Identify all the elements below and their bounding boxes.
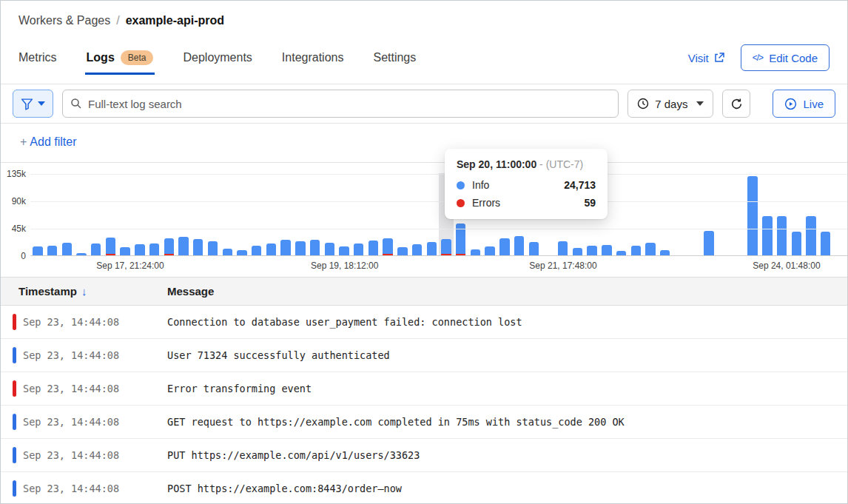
add-filter-button[interactable]: +Add filter [20, 135, 76, 148]
log-volume-bar[interactable] [602, 245, 611, 255]
chart-bar-slot[interactable] [278, 173, 293, 255]
log-volume-bar[interactable] [777, 216, 787, 255]
chart-bar-slot[interactable] [687, 173, 701, 255]
filter-dropdown-button[interactable] [13, 90, 53, 118]
log-volume-bar[interactable] [499, 238, 509, 255]
chart-bar-slot[interactable] [89, 173, 104, 255]
log-table-row[interactable]: Sep 23, 14:44:08Connection to database u… [1, 306, 847, 339]
log-table-row[interactable]: Sep 23, 14:44:08User 71324 successfully … [1, 339, 847, 372]
chart-bar-slot[interactable] [235, 173, 249, 255]
log-volume-bar[interactable] [529, 242, 539, 255]
log-volume-bar[interactable] [573, 248, 582, 255]
log-volume-bar[interactable] [704, 231, 713, 255]
time-range-dropdown[interactable]: 7 days [627, 90, 713, 118]
log-volume-bar[interactable] [325, 243, 334, 255]
chart-bar-slot[interactable] [74, 173, 89, 255]
chart-bar-slot[interactable] [789, 173, 804, 255]
chart-bar-slot[interactable] [249, 173, 264, 255]
log-volume-bar[interactable] [280, 240, 290, 255]
log-volume-bar[interactable] [76, 253, 86, 255]
log-volume-bar[interactable] [178, 237, 188, 255]
refresh-button[interactable] [722, 90, 750, 118]
chart-bar-slot[interactable] [118, 173, 132, 255]
log-volume-bar[interactable] [339, 246, 349, 255]
tab-deployments[interactable]: Deployments [183, 41, 252, 75]
chart-bar-slot[interactable] [775, 173, 790, 255]
log-volume-bar[interactable] [354, 243, 363, 255]
breadcrumb-section[interactable]: Workers & Pages [18, 14, 110, 27]
log-volume-bar[interactable] [397, 247, 407, 255]
log-volume-bar[interactable] [412, 244, 422, 255]
chart-bar-slot[interactable] [337, 173, 351, 255]
log-volume-bar[interactable] [91, 243, 101, 255]
chart-bar-slot[interactable] [366, 173, 381, 255]
chart-bar-slot[interactable] [176, 173, 191, 255]
chart-plot[interactable] [30, 174, 847, 256]
log-volume-bar[interactable] [135, 244, 144, 255]
chart-bar-slot[interactable] [424, 173, 439, 255]
sort-desc-icon[interactable]: ↓ [81, 285, 87, 298]
log-volume-bar[interactable] [514, 236, 524, 255]
log-volume-bar[interactable] [427, 242, 437, 255]
chart-bar-slot[interactable] [351, 173, 366, 255]
log-volume-bar[interactable] [120, 247, 129, 255]
chart-bar-slot[interactable] [264, 173, 279, 255]
chart-bar-slot[interactable] [701, 173, 716, 255]
log-volume-bar[interactable] [587, 246, 596, 255]
log-volume-bar[interactable] [485, 246, 494, 255]
chart-bar-slot[interactable] [308, 173, 323, 255]
chart-bar-slot[interactable] [104, 173, 118, 255]
log-volume-bar[interactable] [62, 243, 72, 255]
log-volume-bar[interactable] [792, 232, 801, 255]
edit-code-button[interactable]: </> Edit Code [741, 44, 830, 71]
chart-bar-slot[interactable] [161, 173, 176, 255]
chart-bar-slot[interactable] [45, 173, 60, 255]
log-volume-bar[interactable] [631, 246, 641, 255]
log-table-row[interactable]: Sep 23, 14:44:08PUT https://example.com/… [1, 439, 847, 472]
log-volume-bar[interactable] [252, 246, 261, 255]
chart-bar-slot[interactable] [293, 173, 308, 255]
log-table-row[interactable]: Sep 23, 14:44:08Error transforming event [1, 372, 847, 406]
log-volume-bar[interactable] [193, 239, 203, 255]
chart-bar-slot[interactable] [745, 173, 760, 255]
chart-bar-slot[interactable] [643, 173, 658, 255]
chart-bar-slot[interactable] [760, 173, 775, 255]
chart-bar-slot[interactable] [614, 173, 629, 255]
chart-bar-slot[interactable] [147, 173, 162, 255]
log-volume-bar[interactable] [310, 240, 320, 255]
log-volume-bar[interactable] [383, 238, 392, 255]
chart-bar-slot[interactable] [380, 173, 395, 255]
chart-bar-slot[interactable] [410, 173, 425, 255]
search-input[interactable] [62, 90, 619, 118]
chart-bar-slot[interactable] [804, 173, 818, 255]
log-volume-bar[interactable] [47, 246, 57, 255]
chart-bar-slot[interactable] [673, 173, 687, 255]
log-volume-bar[interactable] [164, 238, 174, 255]
tab-integrations[interactable]: Integrations [282, 41, 344, 75]
chart-bar-slot[interactable] [628, 173, 643, 255]
chart-bar-slot[interactable] [191, 173, 206, 255]
log-volume-bar[interactable] [106, 238, 115, 255]
message-column-header[interactable]: Message [167, 285, 214, 298]
log-volume-bar[interactable] [806, 216, 815, 255]
chart-bar-slot[interactable] [658, 173, 673, 255]
log-volume-bar[interactable] [223, 249, 232, 255]
log-volume-bar[interactable] [369, 241, 378, 255]
log-volume-bar[interactable] [616, 251, 626, 255]
log-table-row[interactable]: Sep 23, 14:44:08GET request to https://e… [1, 406, 847, 439]
log-volume-bar[interactable] [266, 243, 276, 255]
log-volume-bar[interactable] [747, 176, 757, 255]
log-volume-bar[interactable] [821, 232, 830, 255]
live-button[interactable]: Live [773, 90, 835, 118]
log-volume-bar[interactable] [149, 243, 159, 255]
log-volume-bar[interactable] [471, 249, 480, 255]
tab-settings[interactable]: Settings [373, 41, 416, 75]
chart-bar-slot[interactable] [833, 173, 848, 255]
chart-bar-slot[interactable] [716, 173, 731, 255]
tab-metrics[interactable]: Metrics [18, 41, 57, 75]
tab-logs[interactable]: Logs Beta [87, 41, 154, 75]
chart-bar-slot[interactable] [220, 173, 235, 255]
log-volume-bar[interactable] [208, 241, 218, 255]
log-volume-bar[interactable] [33, 246, 42, 255]
chart-bar-slot[interactable] [30, 173, 45, 255]
